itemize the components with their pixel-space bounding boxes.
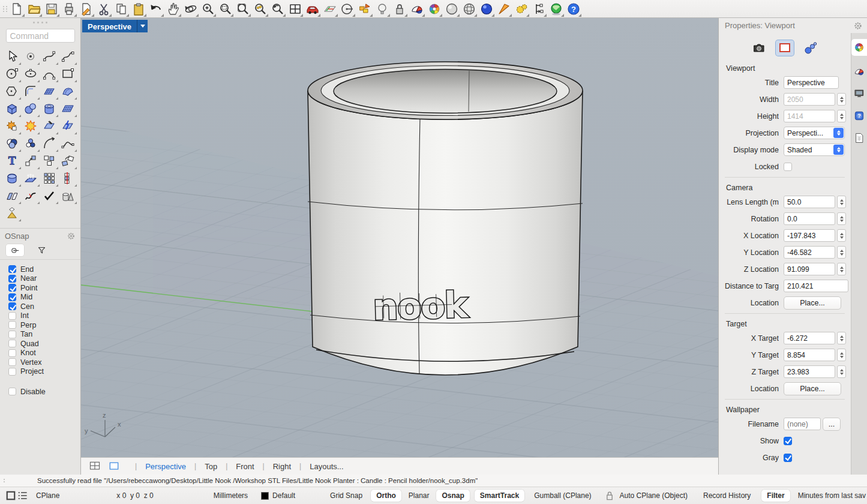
browse-button[interactable]: ... — [823, 418, 841, 431]
undo-view-icon[interactable] — [271, 2, 285, 16]
rectangle-tool-icon[interactable] — [59, 66, 76, 82]
cup-model[interactable]: nook — [308, 62, 583, 375]
viewport-properties-tab[interactable] — [776, 40, 794, 56]
pane-toggle-icon[interactable] — [5, 490, 17, 502]
stepper-control[interactable] — [837, 263, 846, 275]
rendered-view-icon[interactable] — [462, 2, 476, 16]
osnap-checkbox-disable[interactable] — [8, 388, 16, 395]
move-tool-icon[interactable] — [22, 153, 39, 169]
material-panel-tab-icon[interactable] — [853, 65, 866, 78]
status-item-planar[interactable]: Planar — [409, 491, 430, 500]
osnap-filter-tab-icon[interactable] — [32, 244, 50, 256]
four-viewports-icon[interactable] — [288, 2, 302, 16]
status-item-grid-snap[interactable]: Grid Snap — [330, 491, 362, 500]
fillet-curve-tool-icon[interactable] — [41, 136, 58, 151]
color-wheel-icon[interactable] — [427, 2, 442, 16]
projection-dropdown[interactable]: Perspecti... — [784, 127, 845, 139]
osnap-gear-icon[interactable] — [67, 232, 76, 241]
osnap-checkbox-tan[interactable] — [8, 331, 16, 338]
stepper-control[interactable] — [837, 365, 846, 378]
open-folder-icon[interactable] — [27, 2, 41, 16]
lights-icon[interactable] — [375, 2, 389, 16]
patch-surface-tool-icon[interactable] — [59, 83, 76, 99]
print-icon[interactable] — [62, 2, 76, 16]
display-settings-tab-icon[interactable] — [853, 87, 866, 100]
viewport-tab-right[interactable]: Right — [273, 462, 291, 471]
osnap-checkbox-near[interactable] — [8, 275, 16, 283]
status-item-smarttrack[interactable]: SmartTrack — [475, 490, 524, 502]
height-input[interactable] — [784, 110, 835, 122]
set-view-icon[interactable] — [340, 2, 355, 16]
zoom-in-icon[interactable] — [201, 2, 215, 16]
control-point-curve-tool-icon[interactable] — [41, 49, 58, 64]
sphere-tool-icon[interactable] — [22, 101, 39, 116]
surface-grid-tool-icon[interactable] — [59, 101, 76, 116]
split-tool-icon[interactable] — [59, 118, 76, 134]
status-item-cplane[interactable]: CPlane — [36, 491, 59, 500]
title-input[interactable] — [784, 76, 839, 89]
width-input[interactable] — [784, 93, 835, 106]
display-mode-icon[interactable] — [410, 2, 424, 16]
perspective-viewport[interactable]: nook z x y P — [81, 18, 718, 457]
status-item-record-history[interactable]: Record History — [703, 491, 751, 500]
array-linear-tool-icon[interactable] — [59, 170, 76, 186]
lens-length-m-input[interactable] — [784, 196, 835, 208]
ellipse-tool-icon[interactable] — [22, 66, 39, 82]
rotation-input[interactable] — [784, 212, 835, 225]
rotate-tool-icon[interactable] — [59, 153, 76, 169]
viewport-tab-perspective[interactable]: Perspective — [145, 462, 186, 471]
stepper-control[interactable] — [837, 110, 846, 122]
messagebar-grip[interactable] — [0, 479, 8, 482]
fillet-corner-tool-icon[interactable] — [22, 83, 39, 99]
selection-filter-icon[interactable] — [497, 2, 511, 16]
extrude-tool-icon[interactable] — [22, 170, 39, 186]
y-location-input[interactable] — [784, 246, 835, 259]
distance-to-targ-input[interactable] — [784, 280, 848, 292]
filename-input[interactable] — [784, 418, 821, 430]
viewport-tab-front[interactable]: Front — [236, 462, 254, 471]
undo-icon[interactable] — [149, 2, 163, 16]
stepper-control[interactable] — [837, 349, 846, 361]
settings-icon[interactable] — [514, 2, 529, 16]
explode-burst-tool-icon[interactable] — [22, 118, 39, 134]
curve-edit-tool-icon[interactable] — [22, 188, 39, 203]
circle-tool-icon[interactable] — [4, 66, 20, 82]
y-target-input[interactable] — [784, 349, 835, 361]
shaded-view-icon[interactable] — [445, 2, 459, 16]
x-location-input[interactable] — [784, 229, 835, 242]
new-file-icon[interactable] — [10, 2, 24, 16]
save-icon[interactable] — [44, 2, 59, 16]
notes-panel-tab-icon[interactable] — [853, 131, 866, 145]
status-item-gumball-cplane[interactable]: Gumball (CPlane) — [534, 491, 591, 500]
array-tool-icon[interactable] — [41, 170, 58, 186]
viewport-tab-layouts[interactable]: Layouts... — [310, 462, 343, 471]
viewport-tab-top[interactable]: Top — [205, 462, 217, 471]
four-viewport-layout-icon[interactable] — [88, 460, 101, 472]
stepper-control[interactable] — [837, 332, 846, 344]
stepper-control[interactable] — [837, 196, 846, 208]
status-item-minutes-from-last-sav[interactable]: Minutes from last sav — [798, 491, 866, 500]
stepper-control[interactable] — [837, 212, 846, 225]
history-icon[interactable] — [532, 2, 546, 16]
curve-interpolate-tool-icon[interactable] — [59, 49, 76, 64]
render-environment-icon[interactable] — [549, 2, 563, 16]
primitives-tool-icon[interactable] — [59, 188, 76, 203]
text-object-tool-icon[interactable]: T — [4, 153, 20, 169]
named-views-icon[interactable] — [358, 2, 372, 16]
osnap-settings-tab-icon[interactable] — [6, 244, 24, 256]
gray-checkbox[interactable] — [784, 454, 792, 462]
solid-box-tool-icon[interactable] — [4, 170, 20, 186]
osnap-checkbox-end[interactable] — [8, 265, 16, 273]
car-icon[interactable] — [305, 2, 320, 16]
rotate-view-icon[interactable] — [184, 2, 198, 16]
cplane-icon[interactable] — [323, 2, 337, 16]
export-notes-icon[interactable] — [79, 2, 94, 16]
stepper-control[interactable] — [837, 246, 846, 259]
cut-icon[interactable] — [97, 2, 111, 16]
copy-icon[interactable] — [114, 2, 128, 16]
osnap-checkbox-quad[interactable] — [8, 340, 16, 347]
osnap-checkbox-point[interactable] — [8, 284, 16, 292]
boolean-union-tool-icon[interactable] — [4, 136, 20, 151]
layer-list-icon[interactable] — [17, 490, 29, 502]
render-icon[interactable] — [479, 2, 494, 16]
